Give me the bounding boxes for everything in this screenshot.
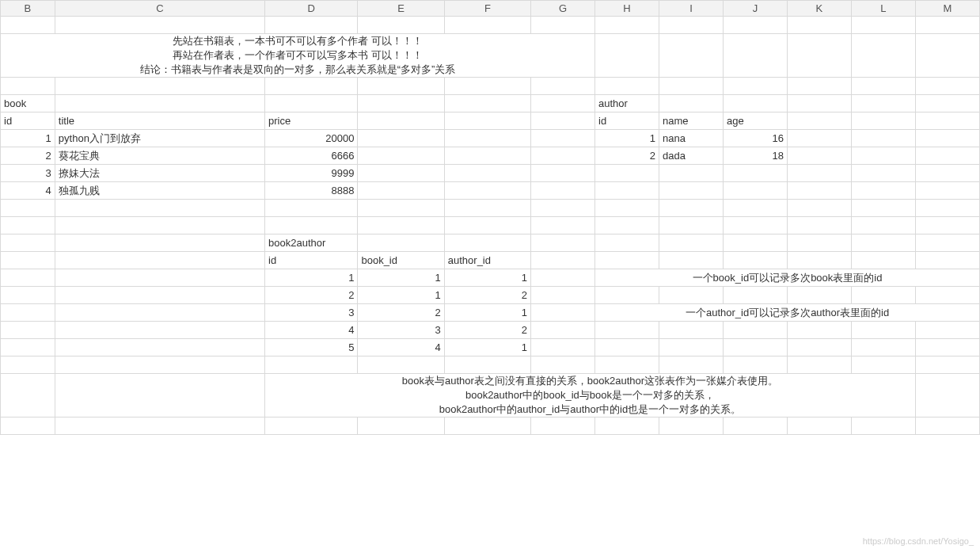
b2a-id: 4 [265,322,358,339]
book-header-id: id [1,112,55,130]
col-header[interactable]: F [444,1,530,17]
col-header[interactable]: B [1,1,55,17]
intro-text: 先站在书籍表，一本书可不可以有多个作者 可以！！！ 再站在作者表，一个作者可不可… [1,34,595,78]
summary-text: book表与author表之间没有直接的关系，book2author这张表作为一… [265,374,916,417]
col-header[interactable]: L [851,1,915,17]
author-name: nana [659,130,724,147]
author-header-id: id [595,112,659,130]
table-row: 3 2 1 一个author_id可以记录多次author表里面的id [1,304,980,322]
book-id: 4 [1,182,55,200]
author-id: 2 [595,147,659,165]
col-header[interactable]: C [55,1,264,17]
author-header-age: age [723,112,787,130]
table-row: 2 葵花宝典 6666 2 dada 18 [1,147,980,165]
book-header-title: title [55,112,264,130]
book-label: book [1,95,55,112]
book2author-label: book2author [265,234,358,252]
col-header[interactable]: I [659,1,724,17]
book-title: 葵花宝典 [55,147,264,165]
b2a-id: 2 [265,287,358,304]
watermark: https://blog.csdn.net/Yosigo_ [863,536,974,546]
author-header-name: name [659,112,724,130]
book-title: 独孤九贱 [55,182,264,200]
b2a-header-bookid: book_id [358,252,444,269]
b2a-authorid: 1 [444,304,530,322]
table-row: 1 python入门到放弃 20000 1 nana 16 [1,130,980,147]
table-row: 1 1 1 一个book_id可以记录多次book表里面的id [1,269,980,287]
b2a-authorid: 2 [444,287,530,304]
col-header[interactable]: H [595,1,659,17]
table-row: 2 1 2 [1,287,980,304]
b2a-authorid: 2 [444,322,530,339]
book-id: 3 [1,165,55,182]
b2a-header-authorid: author_id [444,252,530,269]
b2a-bookid: 2 [358,304,444,322]
col-header[interactable]: M [915,1,979,17]
b2a-authorid: 1 [444,269,530,287]
col-header[interactable]: E [358,1,444,17]
intro-line: 再站在作者表，一个作者可不可以写多本书 可以！！！ [4,48,591,63]
intro-line: 结论：书籍表与作者表是双向的一对多，那么表关系就是“多对多”关系 [4,63,591,77]
b2a-bookid: 4 [358,339,444,356]
b2a-bookid: 3 [358,322,444,339]
author-id: 1 [595,130,659,147]
col-header[interactable]: J [723,1,787,17]
note-authorid: 一个author_id可以记录多次author表里面的id [595,304,980,322]
col-header[interactable]: D [265,1,358,17]
book-title: 撩妹大法 [55,165,264,182]
table-row: 5 4 1 [1,339,980,356]
book-header-price: price [265,112,358,130]
b2a-header-id: id [265,252,358,269]
b2a-bookid: 1 [358,287,444,304]
book-price: 20000 [265,130,358,147]
b2a-id: 3 [265,304,358,322]
book-price: 9999 [265,165,358,182]
table-row: 4 3 2 [1,322,980,339]
b2a-id: 5 [265,339,358,356]
author-age: 16 [723,130,787,147]
col-header[interactable]: K [787,1,851,17]
summary-line: book表与author表之间没有直接的关系，book2author这张表作为一… [268,374,912,388]
b2a-bookid: 1 [358,269,444,287]
book-price: 8888 [265,182,358,200]
b2a-authorid: 1 [444,339,530,356]
summary-line: book2author中的author_id与author中的id也是一个一对多… [268,402,912,417]
book-id: 2 [1,147,55,165]
table-row: 4 独孤九贱 8888 [1,182,980,200]
col-header[interactable]: G [531,1,595,17]
b2a-id: 1 [265,269,358,287]
book-price: 6666 [265,147,358,165]
book-id: 1 [1,130,55,147]
column-header-row: B C D E F G H I J K L M [1,1,980,17]
spreadsheet-grid[interactable]: B C D E F G H I J K L M 先站在书籍表，一本书可不可以有多… [0,0,980,435]
author-name: dada [659,147,724,165]
book-title: python入门到放弃 [55,130,264,147]
author-label: author [595,95,659,112]
note-bookid: 一个book_id可以记录多次book表里面的id [595,269,980,287]
author-age: 18 [723,147,787,165]
table-row: 3 撩妹大法 9999 [1,165,980,182]
summary-line: book2author中的book_id与book是一个一对多的关系， [268,388,912,402]
intro-line: 先站在书籍表，一本书可不可以有多个作者 可以！！！ [4,34,591,48]
